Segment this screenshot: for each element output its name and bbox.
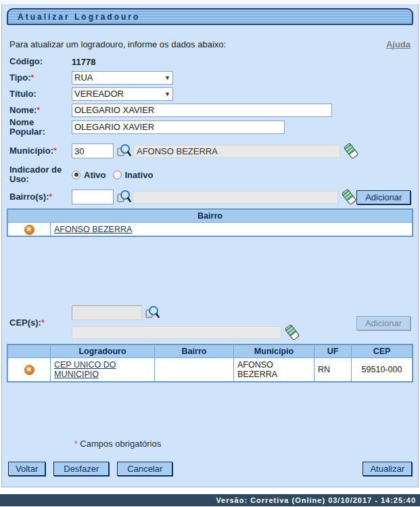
eraser-icon[interactable] [285, 324, 300, 340]
delete-row-icon[interactable]: ✕ [24, 365, 34, 375]
spacer [7, 237, 413, 305]
cep-table-header-cep: CEP [352, 345, 412, 357]
tipo-required-asterisk: * [31, 73, 34, 83]
municipio-code-input[interactable] [72, 144, 114, 158]
spacer [7, 382, 413, 439]
atualizar-logradouro-window: Atualizar Logradouro Para atualizar um l… [1, 5, 419, 487]
desfazer-button[interactable]: Desfazer [53, 462, 109, 476]
cep-row-logradouro-link[interactable]: CEP UNICO DO MUNICIPIO [54, 360, 116, 379]
municipio-required-asterisk: * [53, 146, 57, 156]
titulo-select-value: VEREADOR [74, 89, 124, 99]
ceps-required-asterisk: * [41, 318, 45, 328]
cep-table-header-municipio: Município [234, 345, 314, 357]
cep-name-field [72, 326, 281, 339]
page-top-strip [0, 0, 420, 5]
titulo-select[interactable]: VEREADOR ▼ [72, 87, 173, 101]
footnote-asterisk: * [74, 439, 78, 449]
cep-row-municipio: AFONSO BEZERRA [234, 358, 314, 381]
cep-table-header-logradouro: Logradouro [51, 345, 154, 357]
bairro-table: Bairro ✕ AFONSO BEZERRA [7, 208, 413, 237]
municipio-name-field: AFONSO BEZERRA [133, 145, 340, 158]
cep-table-header-row: Logradouro Bairro Município UF CEP [8, 345, 412, 357]
version-statusbar: Versão: Corretiva (Online) 03/10/2017 - … [0, 494, 420, 506]
bairros-required-asterisk: * [49, 192, 53, 202]
indicador-uso-label: Indicador de Uso: [9, 165, 72, 184]
table-row: ✕ CEP UNICO DO MUNICIPIO AFONSO BEZERRA … [8, 358, 412, 381]
bairro-table-header: Bairro [8, 210, 412, 222]
cep-table: Logradouro Bairro Município UF CEP ✕ CEP… [7, 344, 413, 382]
ceps-label: CEP(s):* [9, 318, 72, 328]
search-icon[interactable] [116, 190, 131, 204]
bairros-label: Bairro(s):* [9, 192, 72, 202]
delete-row-icon[interactable]: ✕ [24, 225, 34, 235]
bairro-name-field [133, 191, 338, 204]
chevron-down-icon: ▼ [164, 74, 170, 81]
cep-adicionar-button: Adicionar [356, 316, 411, 330]
atualizar-button[interactable]: Atualizar [363, 462, 412, 476]
intro-text: Para atualizar um logradouro, informe os… [9, 39, 226, 49]
table-row: ✕ AFONSO BEZERRA [8, 223, 412, 236]
cep-table-header-uf: UF [314, 345, 351, 357]
radio-inativo-label: Inativo [125, 170, 154, 180]
tipo-select-value: RUA [74, 72, 93, 83]
titulo-label: Título: [9, 89, 72, 99]
voltar-button[interactable]: Voltar [8, 462, 45, 476]
eraser-icon[interactable] [342, 189, 356, 205]
municipio-label: Município:* [9, 146, 72, 156]
nome-input[interactable] [72, 104, 332, 117]
search-icon[interactable] [116, 144, 131, 158]
cep-row-uf: RN [314, 358, 351, 381]
bairro-row-link[interactable]: AFONSO BEZERRA [54, 225, 132, 234]
nome-label: Nome:* [9, 106, 72, 115]
chevron-down-icon: ▼ [164, 91, 170, 97]
required-fields-note: * Campos obrigatórios [7, 439, 413, 449]
page-title: Atualizar Logradouro [18, 12, 140, 22]
cep-table-header-bairro: Bairro [155, 345, 233, 357]
cep-row-bairro [155, 358, 233, 381]
tipo-select[interactable]: RUA ▼ [72, 71, 173, 85]
cep-code-input [72, 305, 142, 320]
radio-ativo[interactable] [72, 171, 80, 179]
eraser-icon[interactable] [344, 143, 358, 159]
nome-required-asterisk: * [37, 106, 40, 115]
radio-ativo-label: Ativo [84, 170, 106, 180]
radio-inativo[interactable] [113, 171, 122, 179]
window-titlebar: Atualizar Logradouro [7, 8, 413, 25]
bairro-table-header-row: Bairro [8, 210, 412, 222]
codigo-label: Código: [9, 57, 72, 66]
nome-popular-label: Nome Popular: [9, 118, 72, 137]
search-icon[interactable] [145, 305, 160, 320]
cep-row-cep: 59510-000 [352, 358, 412, 381]
help-link[interactable]: Ajuda [386, 39, 411, 49]
bairro-code-input[interactable] [72, 190, 114, 204]
nome-popular-input[interactable] [72, 120, 285, 134]
codigo-value: 11778 [72, 57, 95, 67]
cancelar-button[interactable]: Cancelar [117, 462, 172, 476]
tipo-label: Tipo:* [9, 73, 72, 83]
bairro-adicionar-button[interactable]: Adicionar [356, 190, 411, 204]
